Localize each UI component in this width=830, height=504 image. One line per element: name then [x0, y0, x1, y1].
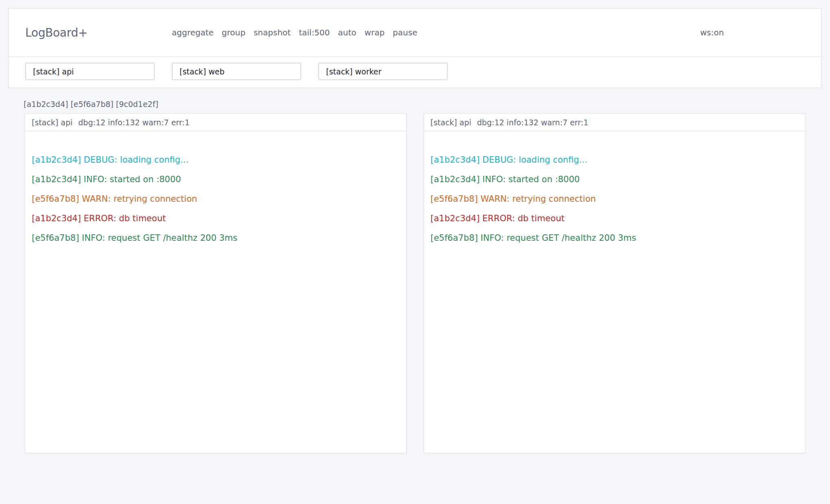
panel-title: [stack] api	[431, 118, 471, 127]
toolbar-menu: aggregate group snapshot tail:500 auto w…	[172, 28, 417, 37]
log-line: [a1b2c3d4] INFO: started on :8000	[32, 170, 400, 189]
toolbar-item-wrap[interactable]: wrap	[364, 28, 385, 37]
toolbar-item-aggregate[interactable]: aggregate	[172, 28, 214, 37]
log-line: [a1b2c3d4] DEBUG: loading config...	[32, 150, 400, 170]
log-line: [e5f6a7b8] INFO: request GET /healthz 20…	[32, 228, 400, 248]
log-line: [e5f6a7b8] WARN: retrying connection	[431, 189, 799, 209]
toolbar: LogBoard+ aggregate group snapshot tail:…	[9, 9, 821, 56]
panel-header: [stack] api dbg:12 info:132 warn:7 err:1	[25, 114, 406, 131]
panel-title: [stack] api	[32, 118, 72, 127]
trace-ids-line: [a1b2c3d4] [e5f6a7b8] [9c0d1e2f]	[24, 99, 830, 109]
filter-input-worker[interactable]	[318, 63, 448, 80]
header-card: LogBoard+ aggregate group snapshot tail:…	[8, 8, 822, 88]
log-line: [a1b2c3d4] INFO: started on :8000	[431, 170, 799, 189]
panel-header: [stack] api dbg:12 info:132 warn:7 err:1	[424, 114, 805, 131]
panel-counts: dbg:12 info:132 warn:7 err:1	[78, 118, 190, 127]
log-line: [e5f6a7b8] WARN: retrying connection	[32, 189, 400, 209]
log-scroll-area[interactable]: [a1b2c3d4] DEBUG: loading config... [a1b…	[424, 131, 805, 453]
log-panel-right: [stack] api dbg:12 info:132 warn:7 err:1…	[423, 113, 806, 454]
toolbar-item-pause[interactable]: pause	[393, 28, 417, 37]
ws-status-toggle[interactable]: ws:on	[700, 28, 805, 37]
toolbar-item-auto[interactable]: auto	[338, 28, 356, 37]
log-line: [a1b2c3d4] ERROR: db timeout	[32, 209, 400, 228]
log-line: [e5f6a7b8] INFO: request GET /healthz 20…	[431, 228, 799, 248]
log-line: [a1b2c3d4] DEBUG: loading config...	[431, 150, 799, 170]
log-line: [a1b2c3d4] ERROR: db timeout	[431, 209, 799, 228]
filter-row	[9, 57, 821, 87]
app-title: LogBoard+	[25, 26, 172, 39]
log-panel-left: [stack] api dbg:12 info:132 warn:7 err:1…	[24, 113, 407, 454]
panel-counts: dbg:12 info:132 warn:7 err:1	[477, 118, 589, 127]
panels-grid: [stack] api dbg:12 info:132 warn:7 err:1…	[24, 113, 806, 454]
toolbar-item-group[interactable]: group	[222, 28, 245, 37]
filter-input-web[interactable]	[172, 63, 301, 80]
filter-input-api[interactable]	[25, 63, 155, 80]
toolbar-item-snapshot[interactable]: snapshot	[254, 28, 291, 37]
toolbar-item-tail[interactable]: tail:500	[299, 28, 330, 37]
log-scroll-area[interactable]: [a1b2c3d4] DEBUG: loading config... [a1b…	[25, 131, 406, 453]
